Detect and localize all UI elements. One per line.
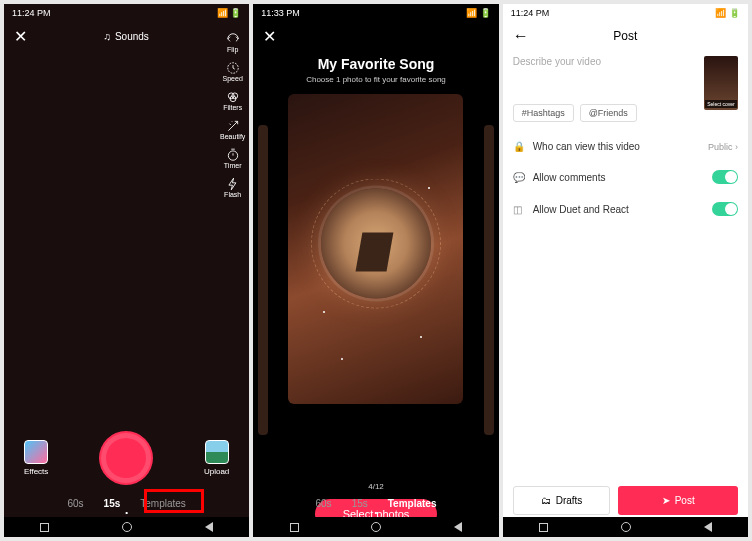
comment-icon: 💬	[513, 172, 525, 183]
duet-toggle[interactable]	[712, 202, 738, 216]
template-title: My Favorite Song	[318, 56, 435, 72]
send-icon: ➤	[662, 495, 670, 506]
close-icon[interactable]: ✕	[14, 27, 27, 46]
duet-row: ◫ Allow Duet and React	[503, 193, 748, 225]
status-time: 11:24 PM	[12, 8, 51, 18]
filters-icon	[224, 92, 242, 102]
nav-back-icon[interactable]	[704, 522, 712, 532]
template-body: My Favorite Song Choose 1 photo to fit y…	[253, 50, 498, 537]
timer-icon	[224, 150, 242, 160]
android-nav	[253, 517, 498, 537]
beautify-tool[interactable]: Beautify	[220, 121, 245, 140]
status-bar: 11:24 PM 📶 🔋	[503, 4, 748, 22]
friends-button[interactable]: @Friends	[580, 104, 637, 122]
hashtags-button[interactable]: #Hashtags	[513, 104, 574, 122]
nav-recent-icon[interactable]	[539, 523, 548, 532]
music-icon: ♫	[103, 31, 111, 42]
effects-button[interactable]: Effects	[24, 440, 48, 476]
privacy-row[interactable]: 🔒 Who can view this video Public ›	[503, 132, 748, 161]
speed-tool[interactable]: Speed	[223, 63, 243, 82]
side-toolbar: Flip Speed Filters Beautify Timer Flash	[220, 34, 245, 198]
nav-recent-icon[interactable]	[40, 523, 49, 532]
comments-toggle[interactable]	[712, 170, 738, 184]
description-input[interactable]: Describe your video	[513, 56, 601, 98]
page-title: Post	[513, 29, 738, 43]
tags-row: #Hashtags @Friends	[503, 104, 748, 122]
nav-recent-icon[interactable]	[290, 523, 299, 532]
comments-label: Allow comments	[533, 172, 606, 183]
comments-row: 💬 Allow comments	[503, 161, 748, 193]
nav-back-icon[interactable]	[205, 522, 213, 532]
nav-home-icon[interactable]	[122, 522, 132, 532]
sounds-button[interactable]: ♫ Sounds	[103, 31, 148, 42]
status-time: 11:24 PM	[511, 8, 550, 18]
record-button[interactable]	[101, 433, 151, 483]
screen-record: 11:24 PM 📶 🔋 ✕ ♫ Sounds Flip Speed Filte…	[4, 4, 249, 537]
beautify-icon	[224, 121, 242, 131]
top-bar: ✕ ♫ Sounds	[4, 22, 249, 50]
prev-template[interactable]	[258, 125, 268, 435]
flip-icon	[224, 34, 242, 44]
mode-indicator: •	[253, 508, 498, 517]
next-template[interactable]	[484, 125, 494, 435]
status-time: 11:33 PM	[261, 8, 300, 18]
flash-tool[interactable]: Flash	[224, 179, 242, 198]
status-icons: 📶 🔋	[217, 8, 242, 18]
android-nav	[4, 517, 249, 537]
template-subtitle: Choose 1 photo to fit your favorite song	[306, 75, 446, 84]
description-area: Describe your video Select cover	[503, 50, 748, 104]
nav-home-icon[interactable]	[621, 522, 631, 532]
template-preview[interactable]	[288, 94, 463, 404]
upload-icon	[205, 440, 229, 464]
page-indicator: 4/12	[368, 482, 384, 491]
post-actions: 🗂Drafts ➤Post	[503, 486, 748, 515]
screen-template: 11:33 PM 📶 🔋 ✕ My Favorite Song Choose 1…	[253, 4, 498, 537]
status-bar: 11:33 PM 📶 🔋	[253, 4, 498, 22]
drafts-button[interactable]: 🗂Drafts	[513, 486, 611, 515]
upload-button[interactable]: Upload	[204, 440, 229, 476]
filters-tool[interactable]: Filters	[223, 92, 242, 111]
duet-label: Allow Duet and React	[533, 204, 629, 215]
privacy-value: Public ›	[708, 142, 738, 152]
template-artwork	[321, 189, 431, 299]
android-nav	[503, 517, 748, 537]
bottom-row: Effects Upload	[4, 433, 249, 483]
screen-post: 11:24 PM 📶 🔋 ← Post Describe your video …	[503, 4, 748, 537]
top-bar: ✕	[253, 22, 498, 50]
sounds-label: Sounds	[115, 31, 149, 42]
post-button[interactable]: ➤Post	[618, 486, 738, 515]
status-icons: 📶 🔋	[466, 8, 491, 18]
flash-icon	[224, 179, 242, 189]
lock-icon: 🔒	[513, 141, 525, 152]
drafts-icon: 🗂	[541, 495, 551, 506]
speed-icon	[224, 63, 242, 73]
privacy-label: Who can view this video	[533, 141, 640, 152]
mode-indicator: •	[4, 508, 249, 517]
nav-back-icon[interactable]	[454, 522, 462, 532]
duet-icon: ◫	[513, 204, 525, 215]
status-bar: 11:24 PM 📶 🔋	[4, 4, 249, 22]
cover-thumbnail[interactable]: Select cover	[704, 56, 738, 110]
timer-tool[interactable]: Timer	[224, 150, 242, 169]
flip-tool[interactable]: Flip	[224, 34, 242, 53]
nav-home-icon[interactable]	[371, 522, 381, 532]
post-header: ← Post	[503, 22, 748, 50]
status-icons: 📶 🔋	[715, 8, 740, 18]
close-icon[interactable]: ✕	[263, 27, 276, 46]
effects-icon	[24, 440, 48, 464]
svg-point-4	[228, 151, 237, 160]
